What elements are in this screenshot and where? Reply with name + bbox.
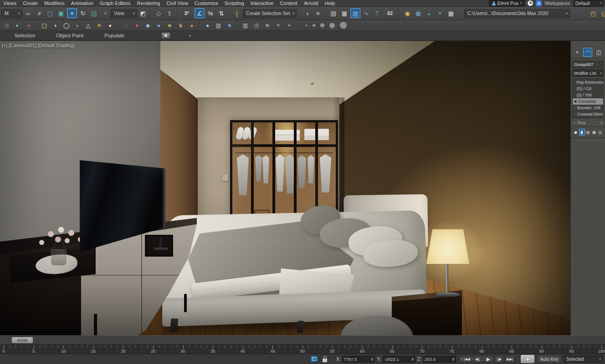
- ribbon-tab-selection[interactable]: Selection: [13, 31, 37, 40]
- select-and-manipulate-icon[interactable]: ◇: [154, 8, 164, 18]
- blob-primitive-icon[interactable]: ◖: [51, 21, 60, 30]
- bind-objects-icon[interactable]: ∝: [24, 21, 33, 30]
- next-frame-button[interactable]: ||▶: [495, 355, 504, 363]
- creature-icon[interactable]: ♞: [176, 21, 185, 30]
- angle-snap-icon[interactable]: ∠: [195, 8, 205, 18]
- droplet-icon[interactable]: ♦: [132, 21, 142, 30]
- menu-rendering[interactable]: Rendering: [134, 0, 164, 7]
- panel-layout-icon[interactable]: ▥: [241, 21, 250, 30]
- cone-primitive-icon[interactable]: △: [83, 21, 93, 30]
- ribbon-tab-populate[interactable]: Populate: [103, 31, 126, 40]
- brush-strokes-icon[interactable]: ≋: [262, 21, 272, 30]
- menu-arnold[interactable]: Arnold: [301, 0, 322, 7]
- toggle-scene-explorer-icon[interactable]: ▦: [339, 8, 349, 18]
- key-filters-dropdown[interactable]: Selected ▾: [564, 355, 603, 363]
- viewport[interactable]: [+] [Camera001] [Default Shading]: [0, 41, 570, 335]
- ribbon-tab-object-paint[interactable]: Object Paint: [54, 31, 85, 40]
- pivot-center-icon[interactable]: ◔: [100, 8, 110, 18]
- menu-animation[interactable]: Animation: [68, 0, 97, 7]
- named-selection-sets-dropdown[interactable]: Create Selection Set▾: [243, 9, 297, 18]
- select-and-move-icon[interactable]: +: [67, 8, 77, 18]
- menu-scripting[interactable]: Scripting: [221, 0, 247, 7]
- timer-icon[interactable]: ◷: [251, 21, 261, 30]
- go-to-start-button[interactable]: |◀◀: [462, 355, 472, 363]
- undo-scene-icon[interactable]: ◰: [588, 8, 598, 18]
- rendered-frame-window-icon[interactable]: ◒: [424, 8, 434, 18]
- menu-help[interactable]: Help: [322, 0, 338, 7]
- hierarchy-tab[interactable]: ◫: [594, 48, 603, 57]
- render-production-icon[interactable]: ◓: [435, 8, 445, 18]
- selection-lock-icon[interactable]: [323, 359, 327, 362]
- shaded-sphere-icon[interactable]: ◐: [13, 21, 22, 30]
- align-icon[interactable]: ≡: [313, 8, 323, 18]
- toggle-ribbon-icon[interactable]: ▥: [350, 8, 360, 18]
- configure-sets-button[interactable]: ◎: [597, 129, 603, 136]
- create-tab[interactable]: +: [573, 48, 582, 57]
- previous-frame-button[interactable]: ◀||: [473, 355, 482, 363]
- pin-stack-button[interactable]: ◆: [573, 129, 579, 136]
- menu-modifiers[interactable]: Modifiers: [41, 0, 68, 7]
- render-setup-icon[interactable]: ◍: [413, 8, 423, 18]
- snaps-toggle-icon[interactable]: 3°: [180, 8, 194, 18]
- selection-filter-dropdown[interactable]: M▾: [1, 9, 22, 18]
- mirror-icon[interactable]: ◑: [302, 8, 312, 18]
- ribbon-config-icon[interactable]: [162, 33, 170, 38]
- reference-coordinate-dropdown[interactable]: View▾: [111, 9, 137, 18]
- show-end-result-button[interactable]: ▮: [579, 129, 585, 136]
- orb-icon[interactable]: ●: [154, 21, 164, 30]
- save-scene-icon[interactable]: ◱: [599, 8, 605, 18]
- render-iterative-icon[interactable]: ▩: [446, 8, 456, 18]
- app-badge-icon[interactable]: A: [536, 0, 542, 6]
- panel-grip[interactable]: [571, 41, 605, 46]
- spinner-snap-icon[interactable]: ⇅: [216, 8, 226, 18]
- modifier-list-dropdown[interactable]: Modifier List ▾: [572, 69, 604, 77]
- crystal-icon[interactable]: ◆: [143, 21, 153, 30]
- rollout-header[interactable]: − Plus ▸: [571, 120, 605, 126]
- viewport-label[interactable]: [+] [Camera001] [Default Shading]: [2, 43, 74, 48]
- scene-states-icon[interactable]: 82: [383, 8, 397, 18]
- menu-graph-editors[interactable]: Graph Editors: [97, 0, 134, 7]
- modifier-stack-row[interactable]: ◦(3) / 700: [573, 92, 603, 98]
- user-account-dropdown[interactable]: Elmnt Pua ▾: [489, 0, 525, 7]
- y-coordinate-field[interactable]: -2623.1: [383, 356, 415, 363]
- modifier-stack-row[interactable]: −Booster: 108: [573, 105, 603, 111]
- make-unique-button[interactable]: ◍: [585, 129, 591, 136]
- foliage-icon[interactable]: ♣: [165, 21, 174, 30]
- menu-create[interactable]: Create: [20, 0, 41, 7]
- spinner-icon[interactable]: [411, 358, 414, 361]
- x-coordinate-field[interactable]: 7797.5: [342, 356, 375, 363]
- schematic-view-icon[interactable]: ⊤: [372, 8, 382, 18]
- percent-snap-icon[interactable]: %: [205, 8, 215, 18]
- modifier-stack-row[interactable]: ◦(G) / CS: [573, 86, 603, 92]
- torus-primitive-icon[interactable]: ◯: [62, 21, 71, 30]
- window-crossing-toggle-icon[interactable]: ▣: [56, 8, 66, 18]
- carve-icon[interactable]: ×: [273, 21, 283, 30]
- transform-gizmo-icon[interactable]: +: [284, 21, 294, 30]
- track-bar[interactable]: 0510152025303540455055606570758085909510…: [0, 344, 605, 354]
- menu-civil-view[interactable]: Civil View: [163, 0, 191, 7]
- select-and-link-icon[interactable]: ∞: [23, 8, 33, 18]
- project-folder-dropdown[interactable]: C:\Users\...\Documents\3ds Max 2020▾: [464, 9, 570, 18]
- material-sphere-icon[interactable]: ●: [203, 21, 212, 30]
- box-map-icon[interactable]: ■: [225, 21, 234, 30]
- workspace-dropdown[interactable]: Default ▾: [574, 0, 604, 7]
- material-editor-icon[interactable]: ◉: [402, 8, 412, 18]
- spinner-icon[interactable]: [371, 358, 374, 361]
- menu-views[interactable]: Views: [0, 0, 20, 7]
- edit-named-selections-icon[interactable]: {: [232, 8, 242, 18]
- unlink-selection-icon[interactable]: ≠: [34, 8, 44, 18]
- menu-customize[interactable]: Customize: [191, 0, 221, 7]
- object-name-field[interactable]: Group007: [572, 61, 604, 68]
- toggle-layer-explorer-icon[interactable]: ▤: [328, 8, 338, 18]
- teapot-primitive-icon[interactable]: ◗: [72, 21, 82, 30]
- sunlight-icon[interactable]: ☀: [94, 21, 104, 30]
- plane-primitive-icon[interactable]: ▢: [40, 21, 49, 30]
- keyboard-override-icon[interactable]: ⇧: [164, 8, 174, 18]
- camera-track-icon[interactable]: ◇: [2, 21, 11, 30]
- bitmap-icon[interactable]: ▨: [214, 21, 223, 30]
- scatter-particles-icon[interactable]: ∴: [121, 21, 131, 30]
- auto-key-button[interactable]: Auto Key: [537, 355, 562, 363]
- menu-interactive[interactable]: Interactive: [247, 0, 277, 7]
- use-pivot-flag-icon[interactable]: ◩: [138, 8, 148, 18]
- modifier-stack-row[interactable]: ▣Converter: [573, 98, 603, 105]
